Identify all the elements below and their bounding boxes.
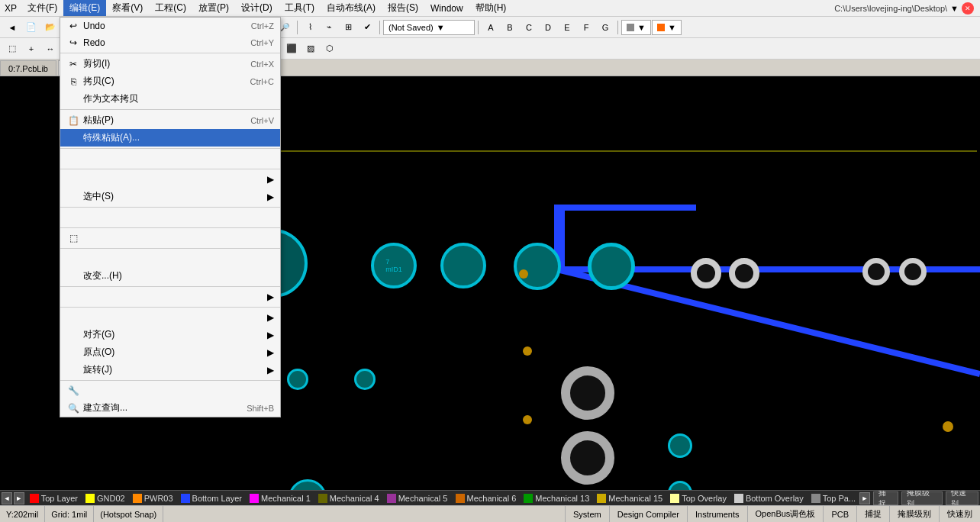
menu-rubber-band[interactable]: ⬚ [60, 230, 280, 246]
toolbar-dropdown-layer2[interactable]: ▼ [652, 20, 682, 35]
layer-mech15[interactable]: Mechanical 15 [593, 491, 666, 506]
toolbar-btn-c[interactable]: C [520, 19, 538, 36]
layer-mech5[interactable]: Mechanical 5 [383, 491, 452, 506]
menu-select[interactable]: ▶ [60, 171, 280, 188]
toolbar2-btn2[interactable]: + [22, 40, 40, 57]
layer-mech1[interactable]: Mechanical 1 [246, 491, 314, 506]
layer-mech6[interactable]: Mechanical 6 [452, 491, 521, 506]
menu-find-similar[interactable]: 🔍 建立查询... Shift+B [60, 399, 280, 417]
toolbar-btn-route[interactable]: ⌁ [320, 19, 338, 36]
layer-top-overlay[interactable]: Top Overlay [666, 491, 730, 506]
layer-pwr03[interactable]: PWR03 [129, 491, 177, 506]
menu-copy[interactable]: ⎘ 拷贝(C) Ctrl+C [60, 72, 280, 90]
pad-ring-bot1 [561, 431, 614, 485]
y-coord: Y:202mil [0, 506, 45, 522]
snap-btn[interactable]: 捕捉 [873, 491, 899, 505]
menu-copy-text[interactable]: 作为文本拷贝 [60, 90, 280, 108]
toolbar-btn-drc[interactable]: ✔ [358, 19, 376, 36]
menu-cut-track[interactable]: 改变...(H) [60, 267, 280, 285]
menu-create-query[interactable]: 🔧 [60, 382, 280, 399]
toolbar-btn-open[interactable]: 📂 [41, 19, 60, 36]
toolbar-btn-back[interactable]: ◄ [3, 19, 21, 36]
menu-item-autoroute[interactable]: 自动布线(A) [321, 0, 382, 16]
menu-item-xp[interactable]: XP [0, 2, 21, 15]
menu-cut[interactable]: ✂ 剪切(I) Ctrl+X [60, 55, 280, 72]
menu-item-reports[interactable]: 报告(S) [382, 0, 424, 16]
panel-nav-right[interactable]: ► [14, 492, 24, 504]
menu-item-file[interactable]: 文件(F) [21, 0, 63, 16]
menu-align[interactable]: ▶ [60, 309, 280, 326]
instruments-btn[interactable]: Instruments [687, 506, 746, 522]
pad-ring1 [691, 258, 721, 288]
menu-storage[interactable]: 旋转(J) ▶ [60, 361, 280, 379]
toolbar2-btn17[interactable]: ⬡ [321, 40, 339, 57]
close-btn[interactable]: ✕ [962, 2, 974, 14]
toolbar2-btn3[interactable]: ↔ [41, 40, 60, 57]
layer-bottom-overlay[interactable]: Bottom Overlay [730, 491, 808, 506]
toolbar-btn-f[interactable]: F [577, 19, 595, 36]
pad-c2 [440, 243, 486, 288]
menu-item-project[interactable]: 工程(C) [149, 0, 192, 16]
menu-delete[interactable] [60, 209, 280, 226]
grid-display: Grid: 1mil [45, 506, 94, 522]
menu-item-help[interactable]: 帮助(H) [469, 0, 513, 16]
toolbar-btn-g[interactable]: G [596, 19, 614, 36]
menu-item-view[interactable]: 察看(V) [106, 0, 149, 16]
menu-paste[interactable]: 📋 粘贴(P) Ctrl+V [60, 111, 280, 129]
menu-origin[interactable]: 对齐(G) ▶ [60, 326, 280, 343]
toolbar-btn-place[interactable]: ⊞ [339, 19, 357, 36]
nav-btn[interactable]: ▼ [950, 4, 959, 13]
openbus-btn[interactable]: OpenBus调色板 [747, 506, 824, 522]
paste-icon: 📋 [66, 115, 80, 126]
menu-undo[interactable]: ↩ Undo Ctrl+Z [60, 18, 280, 34]
menu-deselect[interactable]: 选中(S) ▶ [60, 188, 280, 205]
panel-nav-left[interactable]: ◄ [2, 492, 12, 504]
toolbar2-btn16[interactable]: ▨ [301, 40, 320, 57]
menu-clear[interactable] [60, 150, 280, 167]
undo-icon: ↩ [66, 21, 80, 31]
toolbar-btn-a[interactable]: A [482, 19, 500, 36]
menu-item-edit[interactable]: 编辑(E) [63, 0, 106, 16]
mask-status-btn[interactable]: 掩膜级别 [889, 506, 939, 522]
pad-ring-mid1 [561, 366, 614, 420]
layer-nav-btn[interactable]: ► [859, 492, 870, 504]
toolbar2-btn1[interactable]: ⬚ [3, 40, 21, 57]
layer-top-paste[interactable]: Top Pa... [808, 491, 859, 506]
design-compiler-btn[interactable]: Design Compiler [609, 506, 687, 522]
layer-mech4[interactable]: Mechanical 4 [314, 491, 383, 506]
system-btn[interactable]: System [565, 506, 609, 522]
menu-item-window[interactable]: Window [424, 2, 469, 15]
toolbar2-btn15[interactable]: ⬛ [282, 40, 301, 57]
layer-gnd02[interactable]: GND02 [82, 491, 129, 506]
layer-bottom-layer[interactable]: Bottom Layer [177, 491, 246, 506]
menu-special-paste[interactable]: 特殊粘贴(A)... [60, 129, 280, 147]
menu-item-design[interactable]: 设计(D) [235, 0, 279, 16]
hotspot-snap: (Hotspot Snap) [94, 506, 163, 522]
toolbar-btn-new[interactable]: 📄 [22, 19, 40, 36]
redo-icon: ↪ [66, 37, 80, 48]
cut-icon: ✂ [66, 59, 80, 69]
menu-item-place[interactable]: 放置(P) [192, 0, 235, 16]
distinguish-status-btn[interactable]: 快速别 [939, 506, 980, 522]
toolbar-btn-wire[interactable]: ⌇ [301, 19, 319, 36]
mask-btn[interactable]: 掩膜级别 [901, 491, 942, 505]
menu-item-tools[interactable]: 工具(T) [279, 0, 321, 16]
copy-icon: ⎘ [66, 76, 80, 87]
layer-mech13[interactable]: Mechanical 13 [520, 491, 593, 506]
pad-24v: 324V [289, 479, 327, 490]
menu-move[interactable]: ▶ [60, 288, 280, 305]
menu-redo[interactable]: ↪ Redo Ctrl+Y [60, 34, 280, 51]
toolbar-btn-b[interactable]: B [501, 19, 519, 36]
capture-btn[interactable]: 捕捉 [856, 506, 889, 522]
menu-rotate[interactable]: 原点(O) ▶ [60, 343, 280, 361]
layer-top-layer[interactable]: Top Layer [26, 491, 82, 506]
distinguish-btn[interactable]: 快速别 [946, 491, 978, 505]
pad-teal-left2 [354, 369, 376, 390]
toolbar-btn-e[interactable]: E [558, 19, 576, 36]
pad-c3 [514, 243, 561, 290]
pcb-btn[interactable]: PCB [823, 506, 856, 522]
menu-change[interactable] [60, 250, 280, 267]
tab-pcblib[interactable]: 0:7.PcbLib [0, 60, 56, 76]
toolbar-btn-d[interactable]: D [539, 19, 557, 36]
toolbar-dropdown-layer[interactable]: ▼ [621, 20, 651, 35]
